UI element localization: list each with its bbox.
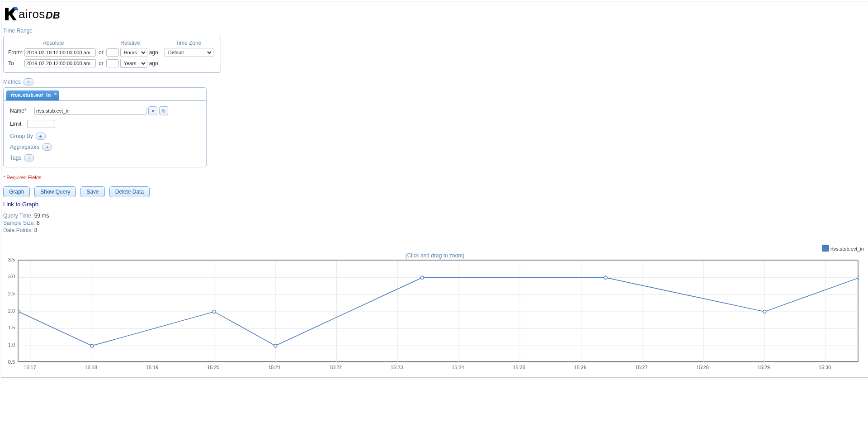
timerange-fieldset: Absolute Relative Time Zone From or Hour… [3,36,221,73]
from-or: or [99,49,104,56]
to-label: To [8,60,24,66]
name-label: Name [10,108,34,114]
header-absolute: Absolute [8,40,99,46]
logo-text-1: airos [19,7,45,21]
chart-zoom-hint: (Click and drag to zoom) [3,252,867,259]
groupby-label: Group By [10,133,33,139]
chart-point[interactable] [90,344,94,347]
from-label: From [8,49,24,56]
x-axis-tick: 15:17 [24,365,36,370]
metrics-label: Metrics [3,79,21,85]
delete-data-button[interactable]: Delete Data [109,186,150,197]
chart-legend: rtvs.stub.evt_in [3,245,864,252]
metric-tab-label: rtvs.stub.evt_in [11,92,51,99]
link-to-graph[interactable]: Link to Graph [3,201,38,208]
y-axis-tick: 3.5 [5,257,15,262]
x-axis-tick: 15:30 [819,365,831,370]
y-axis-tick: 1.0 [5,342,15,347]
from-relative-unit-select[interactable]: Hours [120,48,147,57]
chart-point[interactable] [274,344,277,347]
x-axis-tick: 15:21 [268,365,281,370]
x-axis-tick: 15:29 [758,365,770,370]
close-icon[interactable]: × [54,91,57,96]
metrics-fieldset: rtvs.stub.evt_in × Name ▾ ↻ Limit Group … [3,87,207,167]
legend-swatch-icon [822,245,829,252]
chart-area[interactable]: 0.51.01.52.02.53.03.515:1715:1815:1915:2… [5,260,862,373]
aggregators-label: Aggregators [10,144,39,150]
x-axis-tick: 15:23 [391,365,403,370]
chart-plot[interactable] [18,260,859,362]
x-axis-tick: 15:18 [85,365,98,370]
x-axis-tick: 15:19 [146,365,159,370]
add-metric-button[interactable]: + [24,78,33,85]
tags-label: Tags [10,155,21,161]
metric-name-input[interactable] [34,107,146,115]
x-axis-tick: 15:27 [635,365,648,370]
chart-point[interactable] [212,310,216,313]
limit-label: Limit [10,121,27,127]
chart-point[interactable] [420,276,424,279]
from-ago: ago [149,49,158,56]
to-relative-num-input[interactable] [106,59,119,67]
header-timezone: Time Zone [164,40,213,46]
chart-point[interactable] [19,310,20,313]
chart-point[interactable] [604,276,607,279]
chart-point[interactable] [763,310,766,313]
timerange-label: Time Range [3,28,867,34]
logo-text-2: DB [46,9,60,21]
x-axis-tick: 15:20 [207,365,220,370]
add-aggregator-button[interactable]: + [42,143,52,151]
to-ago: ago [149,60,158,66]
chart-point[interactable] [858,276,860,279]
x-axis-tick: 15:22 [330,365,342,370]
add-groupby-button[interactable]: + [36,133,46,140]
to-or: or [99,60,104,66]
graph-button[interactable]: Graph [3,186,30,197]
timezone-select[interactable]: Default [165,48,213,57]
y-axis-tick: 2.0 [5,308,15,313]
from-relative-num-input[interactable] [106,48,119,57]
from-date-input[interactable] [24,48,96,57]
logo-icon [3,6,19,21]
y-axis-tick: 3.0 [5,274,15,279]
x-axis-tick: 15:26 [574,365,587,370]
query-stats: Query Time: 59 ms Sample Size: 8 Data Po… [3,212,867,234]
header-relative: Relative [99,40,162,46]
y-axis-tick: 2.5 [5,291,15,296]
y-axis-tick: 1.5 [5,325,15,330]
x-axis-tick: 15:25 [513,365,525,370]
limit-input[interactable] [27,120,55,128]
x-axis-tick: 15:24 [452,365,464,370]
to-relative-unit-select[interactable]: Years [120,59,147,68]
metric-tab[interactable]: rtvs.stub.evt_in × [6,90,59,100]
y-axis-tick: 0.5 [5,359,15,365]
metric-name-dropdown-button[interactable]: ▾ [148,106,157,115]
metric-name-refresh-button[interactable]: ↻ [159,106,168,115]
save-button[interactable]: Save [80,186,104,197]
x-axis-tick: 15:28 [696,365,709,370]
app-logo: airos DB [3,6,867,21]
to-date-input[interactable] [24,59,96,67]
show-query-button[interactable]: Show Query [34,186,76,197]
add-tag-button[interactable]: + [24,154,34,161]
required-fields-note: * Required Fields [3,175,867,180]
